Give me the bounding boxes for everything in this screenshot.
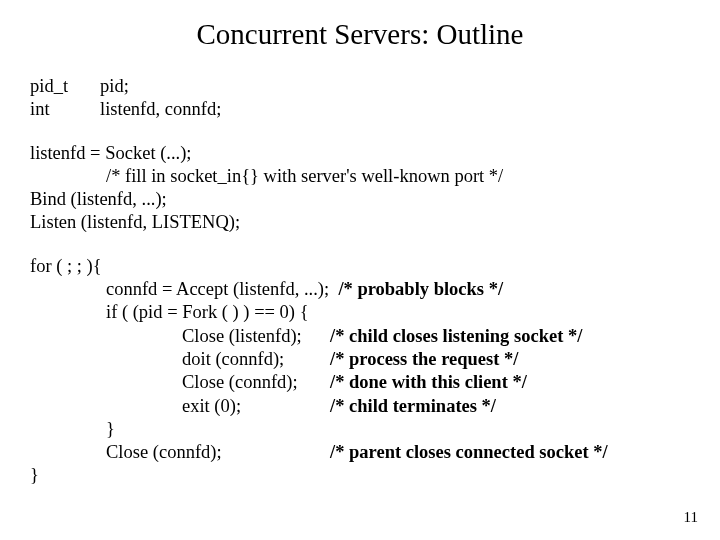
code-line: listenfd = Socket (...); [30, 142, 690, 165]
code-comment: /* probably blocks */ [338, 279, 503, 299]
declarations: pid_t pid; int listenfd, connfd; [30, 75, 221, 122]
code-comment: /* process the request */ [330, 349, 518, 369]
slide-content: Concurrent Servers: Outline pid_t pid; i… [0, 0, 720, 488]
code-comment: /* done with this client */ [330, 372, 527, 392]
code-text: doit (connfd); [182, 348, 330, 371]
loop-block: for ( ; ; ){ connfd = Accept (listenfd, … [30, 255, 690, 488]
code-line: Close (connfd);/* done with this client … [30, 371, 690, 394]
code-line: doit (connfd);/* process the request */ [30, 348, 690, 371]
code-text: Close (connfd); [182, 371, 330, 394]
decl-type-1: pid_t [30, 75, 100, 98]
code-line: Listen (listenfd, LISTENQ); [30, 211, 690, 234]
decl-var-2: listenfd, connfd; [100, 98, 221, 121]
code-line: } [30, 464, 690, 487]
code-line: Close (connfd);/* parent closes connecte… [30, 441, 690, 464]
code-line: /* fill in socket_in{} with server's wel… [30, 165, 690, 188]
code-line: exit (0);/* child terminates */ [30, 395, 690, 418]
code-line: } [30, 418, 690, 441]
code-text: connfd = Accept (listenfd, ...); [106, 279, 338, 299]
code-line: for ( ; ; ){ [30, 255, 690, 278]
code-line: connfd = Accept (listenfd, ...); /* prob… [30, 278, 690, 301]
code-comment: /* child closes listening socket */ [330, 326, 582, 346]
slide-title: Concurrent Servers: Outline [30, 18, 690, 51]
code-line: if ( (pid = Fork ( ) ) == 0) { [30, 301, 690, 324]
code-comment: /* child terminates */ [330, 396, 496, 416]
code-line: Close (listenfd);/* child closes listeni… [30, 325, 690, 348]
decl-type-2: int [30, 98, 100, 121]
code-comment: /* parent closes connected socket */ [330, 442, 608, 462]
code-text: Close (connfd); [106, 441, 330, 464]
code-text: exit (0); [182, 395, 330, 418]
code-text: Close (listenfd); [182, 325, 330, 348]
code-line: Bind (listenfd, ...); [30, 188, 690, 211]
decl-var-1: pid; [100, 75, 221, 98]
page-number: 11 [684, 509, 698, 526]
setup-block: listenfd = Socket (...); /* fill in sock… [30, 142, 690, 235]
